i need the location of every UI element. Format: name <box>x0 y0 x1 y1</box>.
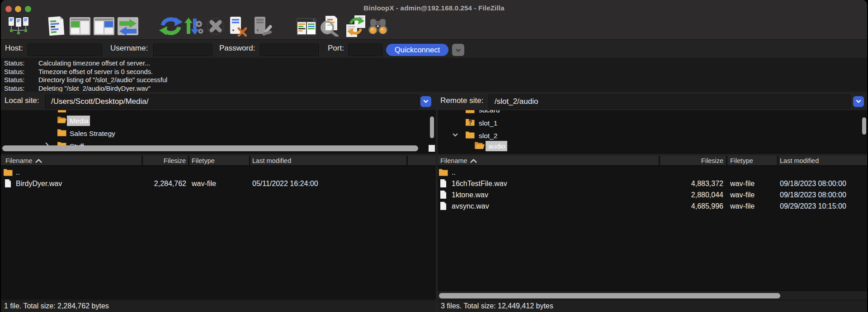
remote-file-list: .. 16chTestFile.wav 4,883,372 wav-file 0… <box>438 166 868 291</box>
username-input[interactable] <box>153 44 212 56</box>
remote-list-header: Filename Filesize Filetype Last modified <box>438 156 868 166</box>
column-header-last-modified[interactable]: Last modified <box>778 156 868 166</box>
remote-status-bar: 3 files. Total size: 12,449,412 bytes <box>438 300 868 312</box>
open-folder-icon <box>475 141 485 149</box>
vertical-scrollbar-thumb[interactable] <box>862 117 866 135</box>
local-site-label: Local site: <box>5 92 39 110</box>
local-tree-toggle-icon[interactable] <box>70 17 90 35</box>
chevron-down-icon <box>423 100 429 103</box>
horizontal-scrollbar-thumb[interactable] <box>439 293 780 298</box>
reconnect-icon[interactable] <box>254 16 272 37</box>
svg-text:?: ? <box>468 119 472 126</box>
close-window-button[interactable] <box>5 6 12 12</box>
host-label: Host: <box>5 40 23 58</box>
chevron-down-icon <box>455 48 461 52</box>
column-header-last-modified[interactable]: Last modified <box>250 156 406 166</box>
password-input[interactable] <box>260 44 319 56</box>
column-header-filesize[interactable]: Filesize <box>143 156 188 166</box>
quickconnect-bar: Host: Username: Password: Port: Quickcon… <box>1 39 867 58</box>
file-row[interactable]: 16chTestFile.wav 4,883,372 wav-file 09/1… <box>438 178 868 189</box>
folder-icon <box>466 110 475 113</box>
remote-tree-toggle-icon[interactable] <box>94 17 114 35</box>
folder-icon <box>439 168 448 176</box>
file-icon <box>440 179 447 187</box>
file-icon <box>440 191 447 199</box>
status-log-line: Status: Timezone offset of server is 0 s… <box>1 68 867 76</box>
directory-listing-filters-icon[interactable] <box>297 18 316 35</box>
port-input[interactable] <box>349 44 382 56</box>
minimize-window-button[interactable] <box>15 6 21 12</box>
site-bars: Local site: /Users/Scott/Desktop/Media/ … <box>1 92 867 110</box>
local-status-bar: 1 file. Total size: 2,284,762 bytes <box>1 300 436 312</box>
status-log-line: Status: Directory listing of "/slot_2/au… <box>1 76 867 84</box>
status-log-line: Status: Calculating timezone offset of s… <box>1 59 867 67</box>
folder-icon <box>466 131 475 139</box>
folder-icon <box>58 110 66 112</box>
file-icon <box>5 179 11 187</box>
site-manager-icon[interactable] <box>8 16 29 36</box>
directory-comparison-icon[interactable] <box>368 18 388 35</box>
zoom-window-button[interactable] <box>25 6 31 12</box>
quickconnect-button[interactable]: Quickconnect <box>386 44 448 56</box>
filezilla-window: BinloopX - admin@192.168.0.254 - FileZil… <box>0 0 868 312</box>
folder-unknown-icon: ? <box>466 118 475 126</box>
local-list-header: Filename Filesize Filetype Last modified <box>1 156 436 166</box>
column-header-filename[interactable]: Filename <box>1 156 142 166</box>
host-input[interactable] <box>28 44 102 56</box>
title-bar: BinloopX - admin@192.168.0.254 - FileZil… <box>1 0 867 15</box>
folder-icon <box>57 129 66 136</box>
remote-horizontal-scrollbar <box>438 292 868 300</box>
file-icon <box>440 202 447 210</box>
folder-icon <box>4 168 13 176</box>
local-directory-tree: Media Sales Strategy Stuff <box>1 110 436 154</box>
quickconnect-dropdown-button[interactable] <box>452 44 464 56</box>
synchronized-browsing-icon[interactable] <box>345 15 366 37</box>
file-row[interactable]: 1ktone.wav 2,880,044 wav-file 09/18/2023… <box>438 189 868 200</box>
toolbar <box>1 15 867 39</box>
main-area: Local site: /Users/Scott/Desktop/Media/ … <box>1 92 867 312</box>
cancel-icon[interactable] <box>205 17 226 35</box>
chevron-down-icon <box>856 100 861 103</box>
chevron-down-icon <box>452 133 458 137</box>
refresh-icon[interactable] <box>158 15 184 37</box>
remote-site-path[interactable]: /slot_2/audio <box>489 95 850 108</box>
remote-site-dropdown-button[interactable] <box>853 96 864 107</box>
transfer-queue-icon[interactable] <box>118 17 138 35</box>
file-row[interactable]: avsync.wav 4,685,996 wav-file 09/29/2023… <box>438 200 868 212</box>
local-site-path[interactable]: /Users/Scott/Desktop/Media/ <box>45 95 419 108</box>
file-row-parent[interactable]: .. <box>438 167 868 178</box>
column-header-filesize[interactable]: Filesize <box>660 156 726 166</box>
sort-ascending-icon <box>470 159 477 163</box>
process-queue-icon[interactable] <box>184 16 203 37</box>
message-log-icon[interactable] <box>47 16 65 36</box>
local-file-list: .. BirdyDyer.wav 2,284,762 wav-file 05/1… <box>1 166 436 299</box>
horizontal-scrollbar-thumb[interactable] <box>2 145 418 151</box>
remote-site-label: Remote site: <box>440 92 483 110</box>
file-row[interactable]: BirdyDyer.wav 2,284,762 wav-file 05/11/2… <box>1 178 436 189</box>
file-row-parent[interactable]: .. <box>1 167 436 178</box>
local-site-dropdown-button[interactable] <box>420 96 431 107</box>
disconnect-icon[interactable] <box>230 16 247 37</box>
column-header-filetype[interactable]: Filetype <box>727 156 777 166</box>
window-title: BinloopX - admin@192.168.0.254 - FileZil… <box>363 0 504 15</box>
file-search-icon[interactable] <box>319 16 341 37</box>
status-log: Status: Calculating timezone offset of s… <box>1 58 867 92</box>
username-label: Username: <box>110 40 148 58</box>
vertical-scrollbar-thumb[interactable] <box>430 116 434 138</box>
column-header-filename[interactable]: Filename <box>438 156 659 166</box>
open-folder-icon <box>57 116 66 124</box>
scrollbar-corner <box>429 145 435 152</box>
port-label: Port: <box>328 40 344 58</box>
column-header-filetype[interactable]: Filetype <box>189 156 249 166</box>
sort-ascending-icon <box>35 159 42 163</box>
remote-directory-tree: sdcard ? slot_1 slot_2 <box>438 110 868 154</box>
column-header-empty <box>408 156 436 166</box>
password-label: Password: <box>219 40 255 58</box>
